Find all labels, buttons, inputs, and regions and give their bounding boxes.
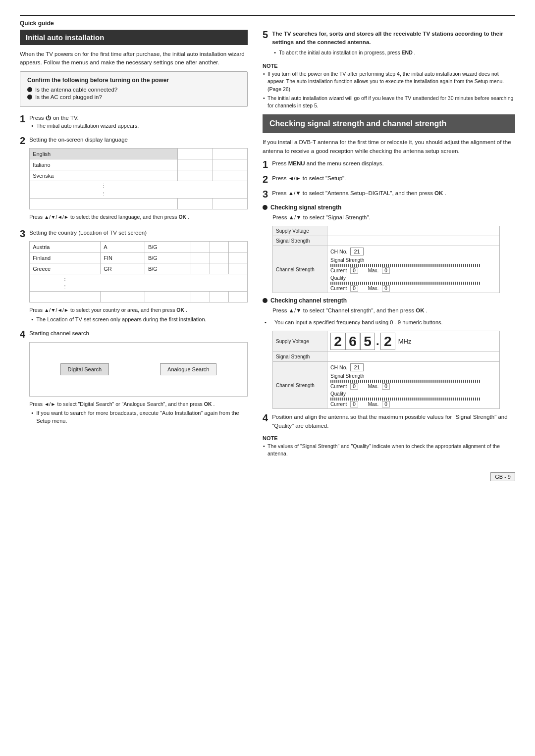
right-step-3-line: Press ▲/▼ to select "Antenna Setup–DIGIT… — [272, 189, 515, 198]
confirm-box: Confirm the following before turning on … — [20, 71, 248, 107]
lang-row-italiano: Italiano — [30, 159, 248, 170]
ch-no-row: CH No. 21 — [330, 248, 496, 255]
two-column-layout: Initial auto installation When the TV po… — [20, 30, 515, 462]
intro-text: When the TV powers on for the first time… — [20, 50, 248, 67]
note-1: NOTE If you turn off the power on the TV… — [263, 63, 515, 109]
signal-table-2: Supply Voltage 2 6 5 . 2 MHz Signal Stre — [272, 331, 500, 409]
right-step-3-content: Press ▲/▼ to select "Antenna Setup–DIGIT… — [272, 189, 515, 198]
country-row-empty — [30, 292, 248, 302]
step-5: 5 The TV searches for, sorts and stores … — [263, 30, 515, 58]
step-1-content: Press ⏻ on the TV. The initial auto inst… — [29, 114, 248, 130]
right-step-3-num: 3 — [263, 189, 268, 199]
current-max-row-1: Current 0 Max. 0 — [330, 268, 496, 273]
step-5-sub: To abort the initial auto installation i… — [272, 49, 515, 56]
signal-row-supply: Supply Voltage — [273, 226, 500, 236]
signal-row-channel: Channel Strength CH No. 21 Signal Streng… — [273, 246, 500, 293]
signal-strength-label: Signal Strength — [273, 236, 327, 246]
step-1-line: Press ⏻ on the TV. — [29, 114, 248, 122]
country-dots-2: ⋮ — [30, 283, 248, 292]
freq-digit-2: 6 — [345, 333, 360, 351]
country-greece: Greece — [30, 263, 101, 274]
right-step-1-num: 1 — [263, 159, 268, 169]
right-step-1: 1 Press MENU and the menu screen display… — [263, 159, 515, 169]
step-3-sub: The Location of TV set screen only appea… — [29, 316, 248, 323]
step-2-content: Setting the on-screen display language E… — [29, 136, 248, 223]
digital-search-button[interactable]: Digital Search — [60, 363, 109, 375]
step-1-num: 1 — [20, 114, 25, 124]
step-3-content: Setting the country (Location of TV set … — [29, 229, 248, 323]
bullet-signal-icon — [263, 205, 268, 210]
bullet-icon-2 — [27, 95, 32, 100]
sub2-sub: You can input a specified frequency band… — [263, 319, 515, 326]
section-2-intro: If you install a DVB-T antenna for the f… — [263, 138, 515, 155]
country-row-austria: Austria A B/G — [30, 242, 248, 252]
analogue-search-button[interactable]: Analogue Search — [160, 363, 216, 375]
ch-val-1: 21 — [350, 248, 363, 255]
note-2: NOTE The values of "Signal Strength" and… — [263, 435, 515, 457]
step-4-line: Starting channel search — [29, 329, 248, 338]
country-row-finland: Finland FIN B/G — [30, 252, 248, 263]
signal-bar-2 — [330, 380, 480, 383]
freq-mhz: MHz — [398, 338, 412, 345]
right-step-4-line: Position and align the antenna so that t… — [272, 413, 515, 430]
country-dots-1: ⋮ — [30, 274, 248, 283]
quality-bar-1 — [330, 282, 480, 285]
freq-dot: . — [376, 334, 379, 348]
right-step-1-content: Press MENU and the menu screen displays. — [272, 159, 515, 168]
freq-digit-3: 5 — [360, 333, 375, 351]
note-2-item-1: The values of "Signal Strength" and "Qua… — [263, 443, 515, 457]
supply-voltage-label: Supply Voltage — [273, 226, 327, 236]
signal-strength-label-2: Signal Strength — [273, 352, 327, 362]
power-symbol: ⏻ — [46, 115, 52, 121]
lang-row-english: English — [30, 149, 248, 159]
right-step-4: 4 Position and align the antenna so that… — [263, 413, 515, 430]
channel-search-box: Digital Search Analogue Search — [29, 342, 248, 397]
page-footer: GB - 9 — [20, 472, 515, 481]
section-title: Initial auto installation — [20, 30, 248, 45]
lang-row-svenska: Svenska — [30, 170, 248, 181]
lang-dots-1: ⋮ — [30, 181, 248, 190]
note-1-item-1: If you turn off the power on the TV afte… — [263, 70, 515, 93]
freq-digit-4: 2 — [380, 333, 395, 351]
language-table: English Italiano Svenska — [29, 148, 248, 209]
step-5-line: The TV searches for, sorts and stores al… — [272, 30, 515, 47]
confirm-item-2-text: Is the AC cord plugged in? — [35, 94, 102, 100]
step-4-content: Starting channel search Digital Search A… — [29, 329, 248, 425]
note-1-title: NOTE — [263, 63, 515, 69]
step-3: 3 Setting the country (Location of TV se… — [20, 229, 248, 323]
sub-channel-strength: Checking channel strength — [263, 297, 515, 304]
lang-italiano: Italiano — [30, 159, 178, 170]
confirm-item-1: Is the antenna cable connected? — [27, 87, 240, 93]
right-step-1-line: Press MENU and the menu screen displays. — [272, 159, 515, 168]
step-4-nav: Press ◄/► to select "Digital Search" or … — [29, 401, 248, 408]
step-2: 2 Setting the on-screen display language… — [20, 136, 248, 223]
lang-row-empty-1 — [30, 199, 248, 209]
right-step-2-num: 2 — [263, 174, 268, 184]
right-step-2-content: Press ◄/► to select "Setup". — [272, 174, 515, 183]
step-1: 1 Press ⏻ on the TV. The initial auto in… — [20, 114, 248, 130]
lang-english: English — [30, 149, 178, 159]
supply-voltage-label-2: Supply Voltage — [273, 331, 327, 352]
channel-strength-label-2: Channel Strength — [273, 362, 327, 409]
frequency-display: 2 6 5 . 2 MHz — [330, 333, 496, 351]
right-step-2: 2 Press ◄/► to select "Setup". — [263, 174, 515, 184]
quality-bar-2 — [330, 398, 480, 401]
step-2-nav: Press ▲/▼/◄/► to select the desired lang… — [29, 213, 248, 221]
page-container: Quick guide Initial auto installation Wh… — [20, 15, 515, 481]
step-5-num: 5 — [263, 30, 268, 40]
step-2-num: 2 — [20, 136, 25, 146]
step-4: 4 Starting channel search Digital Search… — [20, 329, 248, 425]
step-4-sub: If you want to search for more broadcast… — [29, 409, 248, 425]
lang-dots-2: ⋮ — [30, 190, 248, 199]
sub-channel-strength-text: Checking channel strength — [270, 297, 347, 304]
freq-digit-1: 2 — [330, 333, 345, 351]
country-finland: Finland — [30, 252, 101, 263]
top-divider — [20, 15, 515, 16]
lang-svenska: Svenska — [30, 170, 178, 181]
right-step-3: 3 Press ▲/▼ to select "Antenna Setup–DIG… — [263, 189, 515, 199]
right-step-2-line: Press ◄/► to select "Setup". — [272, 174, 515, 183]
signal2-row-channel: Channel Strength CH No. 21 Signal Streng… — [273, 362, 500, 409]
left-column: Initial auto installation When the TV po… — [20, 30, 248, 462]
quality-sublabel-2: Quality — [330, 391, 496, 397]
bullet-channel-icon — [263, 298, 268, 303]
